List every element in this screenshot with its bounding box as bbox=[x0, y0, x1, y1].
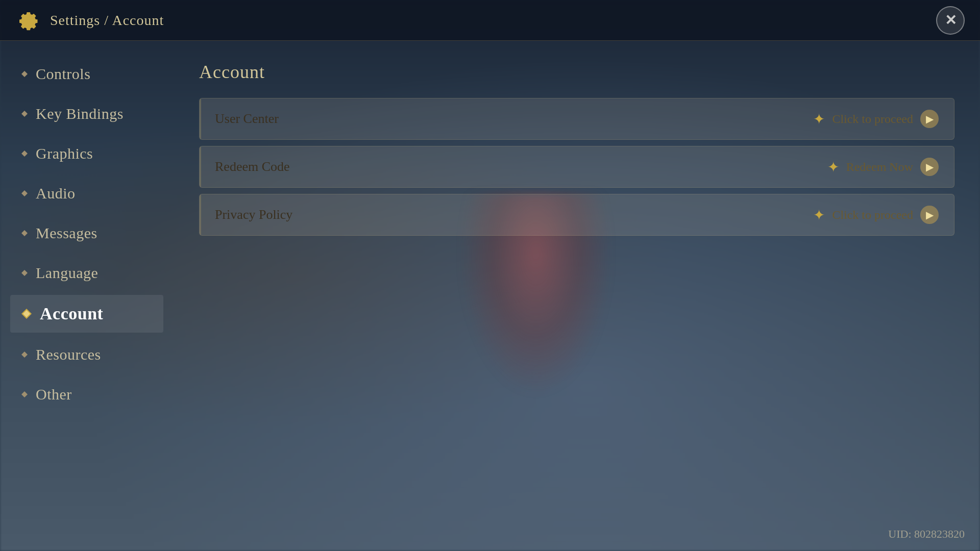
diamond-icon bbox=[20, 149, 29, 158]
settings-row-privacy-policy[interactable]: Privacy Policy✦Click to proceed▶ bbox=[199, 194, 954, 236]
header: Settings / Account ✕ bbox=[0, 0, 980, 41]
diamond-icon bbox=[20, 189, 29, 197]
diamond-icon bbox=[20, 269, 29, 277]
diamond-icon bbox=[20, 390, 29, 398]
sparkle-icon: ✦ bbox=[813, 207, 825, 223]
settings-row-user-center[interactable]: User Center✦Click to proceed▶ bbox=[199, 98, 954, 140]
arrow-circle-icon: ▶ bbox=[920, 110, 939, 128]
user-center-label: User Center bbox=[215, 111, 813, 127]
close-button[interactable]: ✕ bbox=[936, 6, 965, 35]
sidebar-item-audio[interactable]: Audio bbox=[10, 176, 163, 211]
sidebar-item-label: Controls bbox=[36, 65, 90, 83]
main-container: Controls Key Bindings Graphics Audio Mes… bbox=[0, 41, 980, 551]
sparkle-icon: ✦ bbox=[813, 111, 825, 128]
sidebar-item-resources[interactable]: Resources bbox=[10, 337, 163, 372]
privacy-policy-action: ✦Click to proceed▶ bbox=[813, 206, 939, 224]
sidebar: Controls Key Bindings Graphics Audio Mes… bbox=[0, 41, 174, 551]
redeem-code-action: ✦Redeem Now▶ bbox=[827, 158, 939, 176]
diamond-icon bbox=[20, 70, 29, 78]
diamond-icon bbox=[20, 350, 29, 359]
sidebar-item-label: Messages bbox=[36, 224, 97, 242]
user-center-action-text: Click to proceed bbox=[832, 112, 913, 126]
content-area: Account User Center✦Click to proceed▶Red… bbox=[174, 41, 980, 551]
row-divider bbox=[200, 146, 201, 187]
row-divider bbox=[200, 194, 201, 235]
sidebar-item-label: Account bbox=[40, 304, 103, 323]
sparkle-icon: ✦ bbox=[827, 159, 839, 176]
sidebar-item-graphics[interactable]: Graphics bbox=[10, 136, 163, 171]
privacy-policy-label: Privacy Policy bbox=[215, 207, 813, 222]
arrow-circle-icon: ▶ bbox=[920, 206, 939, 224]
diamond-icon bbox=[20, 308, 33, 320]
sidebar-item-label: Resources bbox=[36, 346, 101, 363]
sidebar-item-other[interactable]: Other bbox=[10, 377, 163, 412]
sidebar-item-label: Other bbox=[36, 386, 72, 403]
sidebar-item-language[interactable]: Language bbox=[10, 255, 163, 291]
diamond-icon bbox=[20, 110, 29, 118]
uid-display: UID: 802823820 bbox=[888, 528, 965, 541]
gear-icon bbox=[15, 8, 40, 33]
sidebar-item-label: Key Bindings bbox=[36, 105, 124, 122]
privacy-policy-action-text: Click to proceed bbox=[832, 208, 913, 222]
settings-row-redeem-code[interactable]: Redeem Code✦Redeem Now▶ bbox=[199, 146, 954, 188]
sidebar-item-label: Language bbox=[36, 264, 98, 282]
redeem-code-action-text: Redeem Now bbox=[846, 160, 913, 174]
sidebar-item-account[interactable]: Account bbox=[10, 295, 163, 333]
sidebar-item-messages[interactable]: Messages bbox=[10, 215, 163, 251]
user-center-action: ✦Click to proceed▶ bbox=[813, 110, 939, 128]
arrow-circle-icon: ▶ bbox=[920, 158, 939, 176]
sidebar-item-label: Graphics bbox=[36, 145, 93, 162]
redeem-code-label: Redeem Code bbox=[215, 159, 827, 174]
sidebar-item-controls[interactable]: Controls bbox=[10, 56, 163, 92]
sidebar-item-key-bindings[interactable]: Key Bindings bbox=[10, 96, 163, 132]
page-title: Settings / Account bbox=[50, 12, 164, 29]
sidebar-item-label: Audio bbox=[36, 185, 76, 202]
row-divider bbox=[200, 98, 201, 139]
content-title: Account bbox=[199, 61, 954, 83]
diamond-icon bbox=[20, 229, 29, 237]
